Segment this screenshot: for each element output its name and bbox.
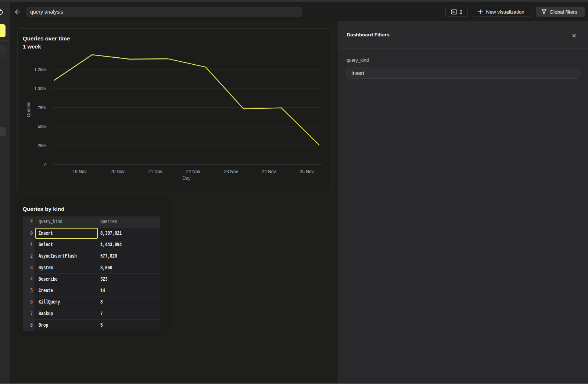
svg-text:21 Nov: 21 Nov <box>148 169 162 174</box>
svg-text:25 Nov: 25 Nov <box>300 169 313 174</box>
svg-text:1 000k: 1 000k <box>34 86 47 91</box>
svg-text:20 Nov: 20 Nov <box>110 169 124 174</box>
svg-text:250k: 250k <box>37 143 46 148</box>
svg-text:24 Nov: 24 Nov <box>262 169 276 174</box>
svg-text:Queries: Queries <box>26 101 31 117</box>
svg-text:Day: Day <box>182 176 191 181</box>
svg-text:0: 0 <box>44 162 46 167</box>
svg-text:1 250k: 1 250k <box>34 67 47 72</box>
svg-text:22 Nov: 22 Nov <box>186 169 200 174</box>
svg-text:500k: 500k <box>37 124 46 129</box>
svg-text:19 Nov: 19 Nov <box>72 169 86 174</box>
svg-text:23 Nov: 23 Nov <box>224 169 238 174</box>
svg-text:750k: 750k <box>37 105 46 110</box>
